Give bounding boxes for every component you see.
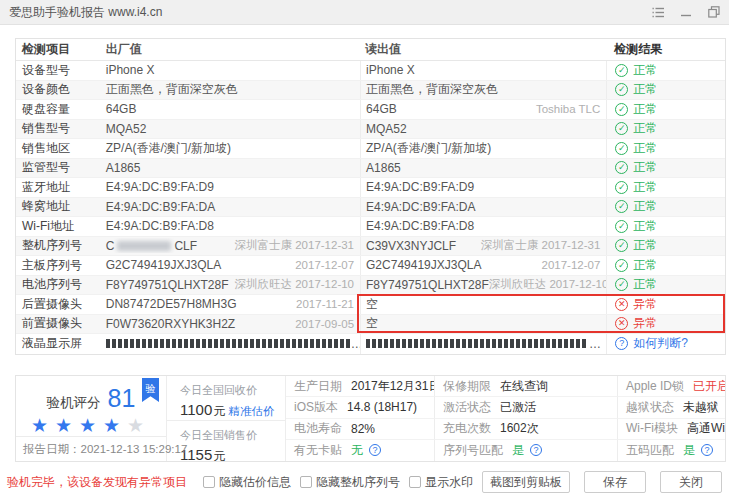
item-label: 蓝牙地址	[16, 179, 104, 196]
read-value: A1865	[360, 159, 606, 178]
info-value: 是	[512, 442, 524, 459]
item-label: 蜂窝地址	[16, 198, 104, 215]
redacted-blocks	[106, 339, 350, 348]
info-key: 序列号匹配	[443, 442, 503, 459]
cell-value: ZP/A(香港/澳门/新加坡)	[366, 140, 491, 157]
column-header: 出厂值	[104, 41, 360, 58]
show-watermark-checkbox[interactable]: 显示水印	[409, 474, 473, 491]
score-section: 验机评分 81 验 ★★★★★ 报告日期：2021-12-13 15:29:17	[16, 376, 166, 461]
report-list-icon[interactable]	[652, 7, 665, 18]
cell-value: E4:9A:DC:B9:FA:DA	[106, 200, 215, 214]
checkbox-box[interactable]	[203, 476, 215, 488]
status-cell[interactable]: ?如何判断?	[606, 334, 725, 354]
restore-icon[interactable]	[708, 6, 720, 18]
table-row: 电池序列号F8Y749751QLHXT28F深圳欣旺达 2017-12-10F8…	[16, 276, 725, 296]
info-key: iOS版本	[294, 399, 338, 416]
estimate-link[interactable]: 精准估价	[229, 405, 275, 417]
factory-value: F8Y749751QLHXT28F深圳欣旺达 2017-12-10	[104, 277, 360, 292]
info-cell: 有无卡贴无?	[286, 440, 434, 461]
masked-serial-suffix: CLF	[174, 239, 197, 253]
table-row: 销售型号MQA52MQA52✓正常	[16, 120, 725, 140]
info-cell: iOS版本14.8 (18H17)	[286, 397, 434, 418]
cell-value: MQA52	[106, 122, 147, 136]
read-value: G2C749419JXJ3QLA2017-12-07	[360, 256, 606, 275]
close-button[interactable]: 关闭	[660, 471, 722, 493]
info-value: 未越狱	[683, 399, 719, 416]
checkbox-box[interactable]	[409, 476, 421, 488]
check-circle-icon: ✓	[615, 161, 628, 174]
read-value: 正面黑色，背面深空灰色	[360, 81, 606, 100]
hide-price-checkbox[interactable]: 隐藏估价信息	[203, 474, 291, 491]
help-circle-icon[interactable]: ?	[701, 444, 713, 456]
column-header: 读出值	[360, 39, 606, 60]
status-label: 正常	[633, 159, 657, 176]
info-key: 五码匹配	[626, 442, 674, 459]
summary-panel: 验机评分 81 验 ★★★★★ 报告日期：2021-12-13 15:29:17…	[15, 375, 726, 462]
cell-value: 正面黑色，背面深空灰色	[366, 81, 498, 98]
table-row: 后置摄像头DN87472DE57H8MH3G2017-11-21空✕异常	[16, 295, 725, 315]
status-cell: ✓正常	[606, 237, 725, 256]
info-value[interactable]: 在线查询	[500, 378, 548, 395]
check-circle-icon: ✓	[615, 64, 628, 77]
info-value: 2017年12月31日 (第52周)	[351, 378, 434, 395]
help-circle-icon[interactable]: ?	[530, 444, 542, 456]
status-cell: ✓正常	[606, 159, 725, 178]
info-key: 充电次数	[443, 420, 491, 437]
checkbox-box[interactable]	[300, 476, 312, 488]
info-key: 保修期限	[443, 378, 491, 395]
read-value: MQA52	[360, 120, 606, 139]
status-label: 异常	[633, 315, 657, 332]
status-label: 正常	[633, 62, 657, 79]
status-label: 正常	[633, 101, 657, 118]
status-label: 正常	[633, 257, 657, 274]
inspection-table: 检测项目出厂值读出值检测结果设备型号iPhone XiPhone X✓正常设备颜…	[15, 38, 726, 355]
footer-bar: 验机完毕，该设备发现有异常项目 隐藏估价信息隐藏整机序列号显示水印截图到剪贴板保…	[0, 467, 729, 497]
check-circle-icon: ✓	[615, 142, 628, 155]
screenshot-to-clipboard-button[interactable]: 截图到剪贴板	[482, 471, 570, 493]
redacted-ellipsis: …	[351, 337, 360, 351]
status-cell: ✓正常	[606, 61, 725, 80]
cell-value: E4:9A:DC:B9:FA:D8	[106, 219, 214, 233]
info-cell: 电池寿命82%	[286, 419, 434, 440]
info-value: 14.8 (18H17)	[347, 400, 417, 414]
info-value: 无	[351, 442, 363, 459]
factory-value: …	[104, 337, 360, 351]
factory-value: iPhone X	[104, 63, 360, 77]
help-circle-icon[interactable]: ?	[369, 444, 381, 456]
check-circle-icon: ✓	[615, 181, 628, 194]
minimize-icon[interactable]	[681, 7, 692, 18]
info-cell: 五码匹配是?	[617, 440, 725, 461]
masked-serial-prefix: C	[106, 239, 115, 253]
status-label: 正常	[633, 237, 657, 254]
cell-value: E4:9A:DC:B9:FA:D8	[366, 219, 474, 233]
blurred-serial-segment	[117, 241, 171, 251]
cell-extra-info: 2017-09-05	[295, 318, 360, 330]
item-label: 后置摄像头	[16, 296, 104, 313]
status-cell: ✓正常	[606, 100, 725, 119]
item-label: 设备型号	[16, 62, 104, 79]
status-cell: ✓正常	[606, 217, 725, 236]
item-label: 电池序列号	[16, 276, 104, 293]
check-circle-icon: ✓	[615, 103, 628, 116]
check-circle-icon: ✓	[615, 220, 628, 233]
cell-value: F0W73620RXYHK3H2Z	[106, 317, 235, 331]
hide-serial-checkbox[interactable]: 隐藏整机序列号	[300, 474, 400, 491]
question-circle-icon[interactable]: ?	[615, 337, 628, 350]
cell-extra-info: 深圳欣旺达 2017-12-10	[489, 277, 607, 292]
info-key: 电池寿命	[294, 420, 342, 437]
cell-extra-info: 深圳欣旺达 2017-12-10	[235, 277, 361, 292]
check-circle-icon: ✓	[615, 278, 628, 291]
star-filled-icon: ★	[79, 415, 103, 436]
info-key: 越狱状态	[626, 399, 674, 416]
item-label: 销售型号	[16, 120, 104, 137]
read-value: 64GBToshiba TLC	[360, 100, 606, 119]
cell-extra-info: 2017-11-21	[296, 298, 360, 310]
table-row: 硬盘容量64GB64GBToshiba TLC✓正常	[16, 100, 725, 120]
check-circle-icon: ✓	[615, 259, 628, 272]
save-button[interactable]: 保存	[584, 471, 646, 493]
cell-value: 空	[366, 315, 378, 332]
status-label: 正常	[633, 120, 657, 137]
status-label[interactable]: 如何判断?	[633, 335, 688, 352]
status-label: 正常	[633, 198, 657, 215]
cell-value: 空	[366, 296, 378, 313]
